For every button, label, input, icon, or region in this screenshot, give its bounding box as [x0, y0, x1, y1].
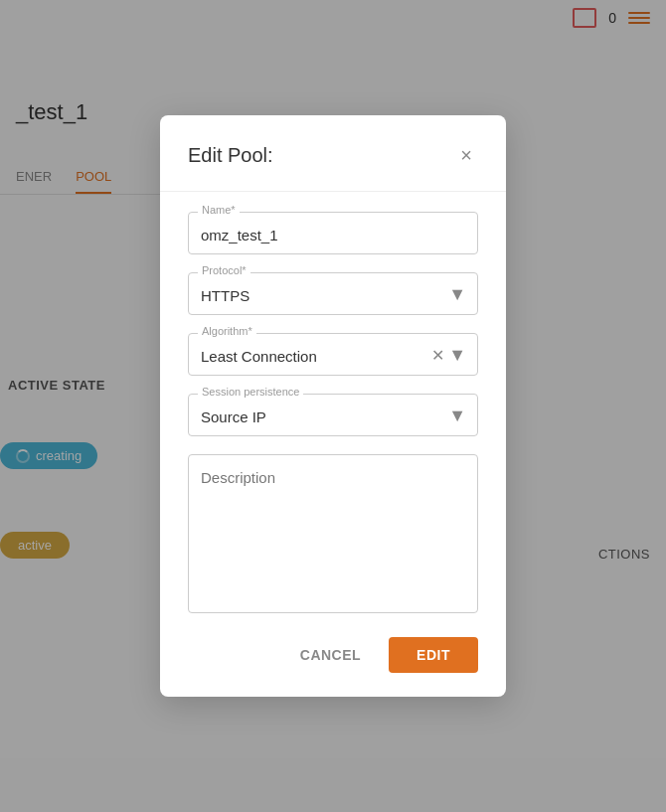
session-select-wrap: Source IP ▼: [188, 394, 478, 436]
modal-overlay: Edit Pool: × Name* Protocol* HTTPS ▼ Alg…: [0, 0, 666, 812]
modal-title: Edit Pool:: [188, 144, 273, 167]
modal-footer: CANCEL EDIT: [188, 637, 478, 673]
session-field-group: Session persistence Source IP ▼: [188, 394, 478, 436]
session-label: Session persistence: [198, 386, 303, 398]
session-select[interactable]: Source IP: [188, 394, 478, 436]
name-field-group: Name*: [188, 212, 478, 254]
edit-pool-modal: Edit Pool: × Name* Protocol* HTTPS ▼ Alg…: [160, 115, 506, 697]
description-textarea[interactable]: [188, 454, 478, 613]
protocol-field-group: Protocol* HTTPS ▼: [188, 272, 478, 315]
protocol-select-wrap: HTTPS ▼: [188, 272, 478, 315]
edit-button[interactable]: EDIT: [389, 637, 478, 673]
divider: [160, 191, 506, 192]
modal-header: Edit Pool: ×: [188, 143, 478, 167]
protocol-label: Protocol*: [198, 264, 250, 276]
name-input[interactable]: [188, 212, 478, 254]
cancel-button[interactable]: CANCEL: [284, 637, 377, 673]
name-label: Name*: [198, 204, 240, 216]
description-field-group: [188, 454, 478, 617]
close-button[interactable]: ×: [454, 143, 478, 167]
algorithm-select-wrap: Least Connection ✕ ▼: [188, 333, 478, 376]
protocol-select[interactable]: HTTPS: [188, 272, 478, 315]
algorithm-field-group: Algorithm* Least Connection ✕ ▼: [188, 333, 478, 376]
clear-algorithm-button[interactable]: ✕: [431, 345, 444, 364]
algorithm-label: Algorithm*: [198, 325, 256, 337]
